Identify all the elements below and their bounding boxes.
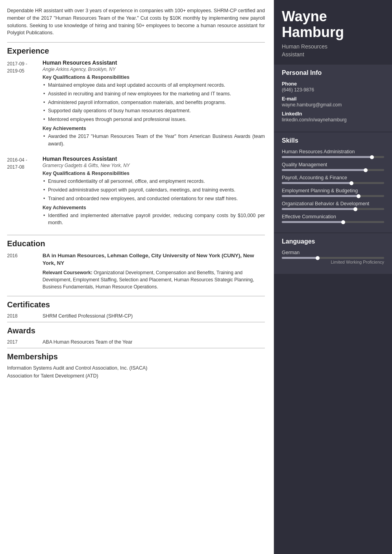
lang-bar-dot-0 [316, 256, 320, 260]
experience-entry-1: 2016-04 - 2017-08Human Resources Assista… [7, 156, 265, 228]
skill-bar-dot-3 [357, 194, 361, 198]
personal-info-section: Personal Info Phone (646) 123-9876 E-mai… [274, 65, 392, 132]
skill-bar-bg-0 [282, 156, 384, 158]
phone-label: Phone [282, 81, 384, 87]
ach-bullet-1-0: Identified and implemented alternative p… [43, 212, 265, 227]
education-section: Education 2016BA in Human Resources, Leh… [7, 239, 265, 290]
lang-bar-fill-0 [282, 257, 318, 259]
ach-heading-0: Key Achievements [43, 126, 265, 131]
ach-bullets-1: Identified and implemented alternative p… [43, 212, 265, 227]
skill-item-5: Effective Communication [282, 214, 384, 223]
divider [7, 235, 265, 235]
skill-item-0: Human Resources Administration [282, 149, 384, 158]
edu-coursework-0: Relevant Coursework: Organizational Deve… [43, 269, 265, 290]
skill-bar-dot-0 [370, 155, 374, 159]
exp-content-1: Human Resources AssistantGramercy Gadget… [43, 156, 265, 228]
skills-heading: Skills [282, 137, 384, 144]
skill-name-4: Organizational Behavior & Development [282, 201, 384, 206]
award-entry-0: 2017ABA Human Resources Team of the Year [7, 339, 265, 345]
bullet-1-1: Provided administrative support with pay… [43, 186, 265, 194]
certificates-list: 2018SHRM Certified Professional (SHRM-CP… [7, 313, 265, 319]
memberships-section: Memberships Information Systems Audit an… [7, 352, 265, 379]
experience-list: 2017-09 - 2019-05Human Resources Assista… [7, 59, 265, 228]
cert-year-0: 2018 [7, 313, 43, 319]
qual-heading-0: Key Qualifications & Responsibilities [43, 74, 265, 80]
edu-year-0: 2016 [7, 252, 43, 290]
email-label: E-mail [282, 96, 384, 102]
exp-title-1: Human Resources Assistant [43, 156, 265, 162]
bullet-0-3: Supported daily operations of busy human… [43, 107, 265, 115]
skill-item-2: Payroll, Accounting & Finance [282, 175, 384, 184]
edu-degree-0: BA in Human Resources, Lehman College, C… [43, 252, 265, 267]
bullet-1-0: Ensured confidentiality of all personnel… [43, 178, 265, 185]
lang-name-0: German [282, 250, 384, 255]
phone-value: (646) 123-9876 [282, 87, 384, 93]
awards-heading: Awards [7, 326, 265, 335]
skills-section: Skills Human Resources AdministrationQua… [274, 132, 392, 232]
award-text-0: ABA Human Resources Team of the Year [43, 339, 265, 345]
name-line1: Wayne [282, 8, 327, 24]
languages-heading: Languages [282, 238, 384, 245]
left-column: Dependable HR assistant with over 3 year… [0, 0, 274, 554]
languages-list: GermanLimited Working Proficiency [282, 250, 384, 264]
skill-bar-bg-1 [282, 169, 384, 171]
awards-section: Awards 2017ABA Human Resources Team of t… [7, 326, 265, 345]
memberships-heading: Memberships [7, 352, 265, 361]
skill-bar-dot-2 [349, 181, 353, 185]
skill-bar-fill-0 [282, 156, 372, 158]
languages-section: Languages GermanLimited Working Proficie… [274, 233, 392, 274]
candidate-name: Wayne Hamburg [282, 9, 384, 40]
exp-dates-0: 2017-09 - 2019-05 [7, 59, 43, 149]
skill-item-4: Organizational Behavior & Development [282, 201, 384, 210]
linkedin-value: linkedin.com/in/waynehamburg [282, 117, 384, 123]
skill-bar-bg-4 [282, 208, 384, 210]
skill-bar-dot-1 [364, 168, 368, 172]
lang-item-0: GermanLimited Working Proficiency [282, 250, 384, 264]
lang-level-0: Limited Working Proficiency [282, 260, 384, 264]
cert-entry-0: 2018SHRM Certified Professional (SHRM-CP… [7, 313, 265, 319]
education-heading: Education [7, 239, 265, 248]
summary-text: Dependable HR assistant with over 3 year… [7, 7, 265, 37]
resume-page: Dependable HR assistant with over 3 year… [0, 0, 392, 554]
memberships-list: Information Systems Audit and Control As… [7, 365, 265, 379]
skill-item-1: Quality Management [282, 162, 384, 171]
personal-info-heading: Personal Info [282, 69, 384, 76]
skill-bar-dot-5 [341, 220, 345, 224]
skill-name-3: Employment Planning & Budgeting [282, 188, 384, 193]
skill-bar-bg-5 [282, 221, 384, 223]
ach-bullet-0-0: Awarded the 2017 "Human Resources Team o… [43, 133, 265, 148]
skill-bar-fill-4 [282, 208, 355, 210]
experience-heading: Experience [7, 46, 265, 56]
bullet-0-4: Mentored employees through personal and … [43, 116, 265, 123]
qual-bullets-1: Ensured confidentiality of all personnel… [43, 178, 265, 202]
award-year-0: 2017 [7, 339, 43, 345]
ach-bullets-0: Awarded the 2017 "Human Resources Team o… [43, 133, 265, 148]
skills-list: Human Resources AdministrationQuality Ma… [282, 149, 384, 223]
name-line2: Hamburg [282, 24, 344, 40]
skill-bar-bg-2 [282, 182, 384, 184]
education-list: 2016BA in Human Resources, Lehman Colleg… [7, 252, 265, 290]
skill-name-5: Effective Communication [282, 214, 384, 219]
skill-name-2: Payroll, Accounting & Finance [282, 175, 384, 180]
exp-content-0: Human Resources AssistantAngie Arkins Ag… [43, 59, 265, 149]
certificates-section: Certificates 2018SHRM Certified Professi… [7, 300, 265, 319]
skill-bar-fill-2 [282, 182, 351, 184]
skill-bar-fill-1 [282, 169, 366, 171]
skill-bar-bg-3 [282, 195, 384, 197]
qual-heading-1: Key Qualifications & Responsibilities [43, 171, 265, 176]
exp-company-0: Angie Arkins Agency, Brooklyn, NY [43, 67, 265, 72]
lang-bar-bg-0 [282, 257, 384, 259]
experience-entry-0: 2017-09 - 2019-05Human Resources Assista… [7, 59, 265, 149]
bullet-0-0: Maintained employee data and kept update… [43, 82, 265, 89]
exp-company-1: Gramercy Gadgets & Gifts, New York, NY [43, 163, 265, 168]
email-value: wayne.hamburg@gmail.com [282, 102, 384, 108]
divider [7, 42, 265, 43]
edu-content-0: BA in Human Resources, Lehman College, C… [43, 252, 265, 290]
cert-text-0: SHRM Certified Professional (SHRM-CP) [43, 313, 265, 319]
bullet-0-2: Administered payroll information, compen… [43, 99, 265, 106]
experience-section: Experience 2017-09 - 2019-05Human Resour… [7, 46, 265, 228]
skill-item-3: Employment Planning & Budgeting [282, 188, 384, 197]
bullet-0-1: Assisted in recruiting and training of n… [43, 90, 265, 98]
membership-item-1: Association for Talent Development (ATD) [7, 373, 265, 379]
edu-entry-0: 2016BA in Human Resources, Lehman Colleg… [7, 252, 265, 290]
